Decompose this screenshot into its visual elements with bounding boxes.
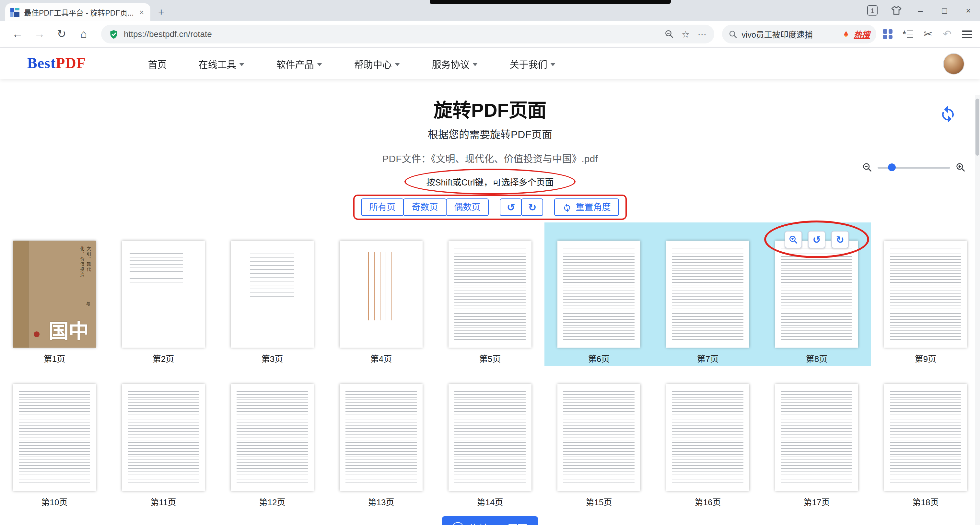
page-label: 第16页 [653, 495, 762, 508]
nav-item-terms[interactable]: 服务协议 [432, 57, 478, 70]
scrollbar-thumb[interactable] [975, 99, 979, 156]
tab-count-badge[interactable]: 1 [867, 5, 878, 16]
rotate-cw-button[interactable]: ↻ [831, 231, 849, 248]
nav-item-about[interactable]: 关于我们 [510, 57, 556, 70]
reload-button[interactable]: ↻ [52, 24, 71, 44]
page-cell-14[interactable]: 第14页 [436, 366, 544, 509]
page-thumbnail[interactable] [775, 241, 858, 348]
page-cell-10[interactable]: 第10页 [0, 366, 109, 509]
page-thumbnail[interactable] [666, 241, 749, 348]
more-options-icon[interactable]: ⋯ [697, 29, 706, 39]
zoom-in-icon[interactable] [955, 162, 966, 172]
page-thumbnail[interactable] [775, 384, 858, 491]
page-thumbnail[interactable] [231, 241, 314, 348]
zoom-in-button[interactable] [784, 231, 802, 248]
menu-hamburger-icon[interactable] [962, 30, 972, 38]
page-thumbnail[interactable] [884, 241, 967, 348]
favorites-list-icon[interactable]: ★ [903, 30, 913, 38]
rotate-ccw-button[interactable]: ↺ [500, 198, 522, 216]
url-text[interactable]: https://bestpdf.cn/rotate [124, 29, 659, 39]
new-tab-button[interactable]: + [158, 6, 164, 18]
site-logo[interactable]: BestPDF [27, 55, 86, 72]
forward-button[interactable]: → [30, 24, 49, 44]
search-query[interactable]: vivo员工被印度逮捕 [741, 28, 838, 40]
reset-angle-button[interactable]: 重置角度 [555, 198, 619, 216]
page-thumbnail[interactable] [122, 384, 205, 491]
page-cell-6[interactable]: 第6页 [544, 222, 653, 366]
page-cell-4[interactable]: 第4页 [327, 222, 436, 366]
page-cell-11[interactable]: 第11页 [109, 366, 218, 509]
page-hover-controls: ↺↻ [784, 231, 849, 248]
theme-skin-icon[interactable] [891, 6, 902, 15]
user-avatar[interactable] [943, 53, 964, 74]
browser-window: 最佳PDF工具平台 - 旋转PDF页... × + 1 – □ × ← → ↻ … [0, 0, 980, 525]
chevron-down-icon [395, 62, 400, 66]
nav-item-help[interactable]: 帮助中心 [354, 57, 400, 70]
toolbar-right-icons: ★ ✂ ↶ [883, 28, 972, 40]
page-thumbnail[interactable]: 文明、现代化、价值投资与中国 [13, 241, 96, 348]
page-thumbnail[interactable] [340, 241, 423, 348]
page-thumbnail[interactable] [340, 384, 423, 491]
page-cell-2[interactable]: 第2页 [109, 222, 218, 366]
maximize-button[interactable]: □ [939, 5, 950, 15]
search-box[interactable]: vivo员工被印度逮捕 热搜 [722, 25, 876, 43]
screenshot-scissors-icon[interactable]: ✂ [924, 28, 932, 40]
rotate-pdf-button[interactable]: → 旋转PDF页面 [442, 516, 538, 525]
page-thumbnail[interactable] [449, 384, 531, 491]
cover-title: 文明、现代化、价值投资与中国 [45, 244, 92, 344]
nav-item-online-tools[interactable]: 在线工具 [199, 57, 245, 70]
page-thumbnail[interactable] [449, 241, 531, 348]
rotate-ccw-button[interactable]: ↺ [808, 231, 826, 248]
page-label: 第12页 [218, 495, 327, 508]
zoom-in-icon [789, 235, 798, 244]
thumbnail-zoom-slider[interactable] [862, 162, 966, 172]
apps-grid-icon[interactable] [883, 29, 892, 39]
browser-tab[interactable]: 最佳PDF工具平台 - 旋转PDF页... × [5, 3, 150, 21]
page-thumbnail[interactable] [557, 384, 640, 491]
minimize-button[interactable]: – [915, 5, 926, 15]
undo-icon[interactable]: ↶ [943, 28, 951, 40]
address-bar[interactable]: https://bestpdf.cn/rotate ☆ ⋯ [101, 25, 714, 43]
bookmark-star-icon[interactable]: ☆ [681, 29, 690, 39]
all-pages-button[interactable]: 所有页 [361, 198, 404, 216]
page-cell-16[interactable]: 第16页 [653, 366, 762, 509]
page-cell-15[interactable]: 第15页 [544, 366, 653, 509]
page-thumbnail[interactable] [884, 384, 967, 491]
even-pages-button[interactable]: 偶数页 [446, 198, 489, 216]
rotate-cw-button[interactable]: ↻ [522, 198, 544, 216]
nav-item-home[interactable]: 首页 [148, 57, 167, 70]
page-cell-1[interactable]: 文明、现代化、价值投资与中国第1页 [0, 222, 109, 366]
slider-track[interactable] [878, 166, 950, 168]
slider-thumb[interactable] [888, 163, 896, 171]
zoom-out-icon[interactable] [862, 162, 872, 172]
page-cell-3[interactable]: 第3页 [218, 222, 327, 366]
refresh-pages-icon[interactable] [939, 105, 957, 123]
page-thumbnail[interactable] [231, 384, 314, 491]
page-cell-17[interactable]: 第17页 [762, 366, 871, 509]
page-cell-8[interactable]: ↺↻第8页 [762, 222, 871, 366]
page-cell-5[interactable]: 第5页 [436, 222, 544, 366]
reset-sync-icon [563, 203, 572, 212]
zoom-out-icon[interactable] [664, 29, 674, 39]
hot-search-badge[interactable]: 热搜 [854, 28, 870, 40]
page-thumbnail[interactable] [122, 241, 205, 348]
page-cell-18[interactable]: 第18页 [871, 366, 980, 509]
nav-item-software[interactable]: 软件产品 [277, 57, 323, 70]
page-thumbnail[interactable] [557, 241, 640, 348]
page-label: 第13页 [327, 495, 436, 508]
page-thumbnail[interactable] [13, 384, 96, 491]
vertical-scrollbar[interactable] [975, 95, 980, 525]
annotation-toolbar-box: 所有页 奇数页 偶数页 ↺ ↻ 重置角度 [353, 195, 627, 220]
page-cell-7[interactable]: 第7页 [653, 222, 762, 366]
back-button[interactable]: ← [8, 24, 27, 44]
close-button[interactable]: × [963, 5, 974, 15]
cover-seal [34, 331, 40, 337]
page-label: 第1页 [0, 352, 109, 364]
odd-pages-button[interactable]: 奇数页 [404, 198, 447, 216]
page-thumbnail[interactable] [666, 384, 749, 491]
page-cell-12[interactable]: 第12页 [218, 366, 327, 509]
page-cell-9[interactable]: 第9页 [871, 222, 980, 366]
home-button[interactable]: ⌂ [74, 24, 93, 44]
page-cell-13[interactable]: 第13页 [327, 366, 436, 509]
tab-close-icon[interactable]: × [138, 8, 145, 16]
